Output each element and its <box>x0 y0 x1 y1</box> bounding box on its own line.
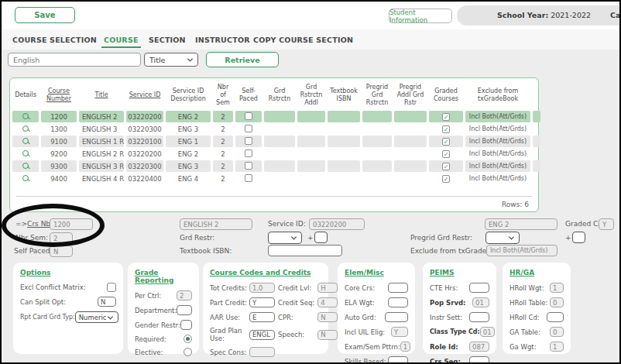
self-paced-field[interactable]: N <box>50 246 73 257</box>
tot-credits-field[interactable]: 1.0 <box>249 283 275 293</box>
pop-srvd-field[interactable]: 01 <box>472 297 489 307</box>
exam-sem-pttrn-field[interactable]: 1 <box>400 342 410 352</box>
cell-title: ENGLISH 2 <box>79 111 124 122</box>
student-information-button[interactable]: Student Information <box>389 9 452 23</box>
graded-courses-checkbox[interactable] <box>442 113 450 121</box>
tab-course[interactable]: COURSE <box>104 36 139 44</box>
can-split-opt-field[interactable]: N <box>98 297 116 307</box>
graded-courses-checkbox[interactable] <box>442 175 450 183</box>
details-magnifier-icon[interactable] <box>22 163 29 169</box>
course-grid: Details Course Number Title Service ID S… <box>9 77 539 212</box>
speech-field[interactable]: N <box>317 330 338 340</box>
col-grd-rstrctn: Grd Rstrctn <box>264 81 295 110</box>
required-radio[interactable] <box>184 335 192 343</box>
table-row[interactable]: 1300 ENGLISH 3 03220300 ENG 3 2 Incl Bot… <box>12 123 540 135</box>
self-paced-checkbox[interactable] <box>245 112 252 120</box>
textbook-isbn-field[interactable] <box>268 245 342 256</box>
grd-restr-plus: + <box>307 234 314 242</box>
details-magnifier-icon[interactable] <box>22 138 29 144</box>
details-magnifier-icon[interactable] <box>22 175 29 181</box>
ga-table-label: GA Table: <box>509 328 540 336</box>
table-row[interactable]: 9100 ENGLISH 1 R 03220100 ENG 1 2 Incl B… <box>12 136 540 147</box>
search-filter-dropdown[interactable]: Title <box>144 53 198 67</box>
graded-courses-checkbox[interactable] <box>442 163 450 170</box>
graded-courses-checkbox[interactable] <box>442 125 450 133</box>
core-crs-field[interactable] <box>388 283 408 293</box>
department-field[interactable] <box>177 305 192 315</box>
service-desc-field[interactable]: ENG 2 <box>485 218 558 230</box>
grad-plan-use-label: Grad Plan Use: <box>210 327 246 342</box>
excl-conflict-matrix-checkbox[interactable] <box>107 283 116 292</box>
col-service-id[interactable]: Service ID <box>126 81 163 110</box>
cell-title: ENGLISH 4 R <box>79 173 124 184</box>
details-magnifier-icon[interactable] <box>22 113 29 119</box>
credit-lvl-field[interactable]: H <box>317 283 338 293</box>
save-button[interactable]: Save <box>15 7 75 23</box>
rpt-card-grd-typ-dropdown[interactable]: Numeric <box>75 311 118 323</box>
tab-section[interactable]: SECTION <box>149 36 186 44</box>
col-title[interactable]: Title <box>79 81 124 110</box>
self-paced-checkbox[interactable] <box>245 162 252 170</box>
grd-restr-dropdown[interactable] <box>268 232 302 244</box>
table-row[interactable]: 9400 ENGLISH 4 R 03220400 ENG 4 2 Incl B… <box>12 173 540 184</box>
chevron-down-icon <box>509 234 514 239</box>
class-type-cd-field[interactable]: 01 <box>480 327 495 337</box>
pregrid-grd-restr-dropdown[interactable] <box>485 232 520 244</box>
ga-table-field[interactable]: 0 <box>550 327 564 337</box>
grd-restr-addl-checkbox[interactable] <box>314 232 328 243</box>
table-row[interactable]: 1200 ENGLISH 2 03220200 ENG 2 2 Incl Bot… <box>12 111 540 122</box>
retrieve-button[interactable]: Retrieve <box>206 52 279 67</box>
aar-use-label: AAR Use: <box>210 314 246 321</box>
cell-nbr-sem: 2 <box>213 136 233 147</box>
table-row[interactable]: 9300 ENGLISH 3 R 03220300 ENG 3 2 Incl B… <box>12 160 540 172</box>
self-paced-checkbox[interactable] <box>245 137 252 145</box>
hroll-table-field[interactable]: 0 <box>550 297 564 307</box>
self-paced-checkbox[interactable] <box>245 125 252 132</box>
hroll-cd-field[interactable] <box>547 312 564 322</box>
pregrid-addl-checkbox[interactable] <box>572 232 585 243</box>
credit-seq-field[interactable]: 4 <box>317 297 338 307</box>
crs-nbr-field[interactable]: 1200 <box>50 218 93 230</box>
incl-uil-elig-field[interactable]: Y <box>391 327 408 337</box>
ela-wgt-field[interactable] <box>388 297 408 307</box>
cell-exclude: Incl Both(Att/Grds) <box>465 111 530 122</box>
skills-based-field[interactable] <box>388 356 408 364</box>
course-title-field[interactable]: ENGLISH 2 <box>180 218 252 230</box>
hroll-wgt-field[interactable]: 1 <box>550 283 564 293</box>
graded-courses-checkbox[interactable] <box>442 150 450 158</box>
panel-course-codes: Course Codes and Credits Tot Credits:1.0… <box>203 263 328 354</box>
cell-service-id: 03220200 <box>126 111 163 122</box>
details-magnifier-icon[interactable] <box>22 125 29 132</box>
tab-instructor[interactable]: INSTRUCTOR <box>195 36 250 44</box>
cell-service-desc: ENG 3 <box>166 160 211 172</box>
details-magnifier-icon[interactable] <box>22 150 29 156</box>
table-header: Details Course Number Title Service ID S… <box>12 81 540 110</box>
part-credit-field[interactable]: Y <box>249 297 275 307</box>
crs-seq-field[interactable] <box>469 356 489 364</box>
grad-plan-use-field[interactable]: ENGL <box>249 330 275 340</box>
role-id-field[interactable]: 087 <box>469 342 489 352</box>
graded-courses-checkbox[interactable] <box>442 138 450 146</box>
graded-crs-field[interactable]: Y <box>599 218 614 230</box>
self-paced-checkbox[interactable] <box>245 149 252 157</box>
cte-hrs-field[interactable] <box>469 283 489 293</box>
exclude-txgradebook-field[interactable]: Incl Both(Att/Grds) <box>486 245 558 256</box>
ga-wgt-field[interactable]: 1 <box>550 342 564 352</box>
elective-radio[interactable] <box>184 348 192 356</box>
search-input[interactable] <box>8 53 141 67</box>
per-ctrl-field[interactable]: 2 <box>177 290 192 300</box>
spec-cons-field[interactable] <box>249 347 275 357</box>
auto-grd-field[interactable] <box>385 312 408 322</box>
col-course-number[interactable]: Course Number <box>41 81 77 110</box>
service-id-field[interactable]: 03220200 <box>309 218 365 230</box>
tab-copy-course-section[interactable]: COPY COURSE SECTION <box>253 36 353 44</box>
gender-restr-field[interactable] <box>180 320 192 330</box>
instr-sett-field[interactable] <box>469 312 489 322</box>
cpr-field[interactable]: N <box>317 312 338 322</box>
tab-course-selection[interactable]: COURSE SELECTION <box>12 36 97 44</box>
table-row[interactable]: 9200 ENGLISH 2 R 03220200 ENG 2 2 Incl B… <box>12 148 540 160</box>
nbr-sem-field[interactable]: 2 <box>50 232 73 244</box>
self-paced-checkbox[interactable] <box>245 174 252 182</box>
aar-use-field[interactable]: E <box>249 312 275 322</box>
col-exclude-txgradebook: Exclude from txGradeBook <box>465 81 530 110</box>
